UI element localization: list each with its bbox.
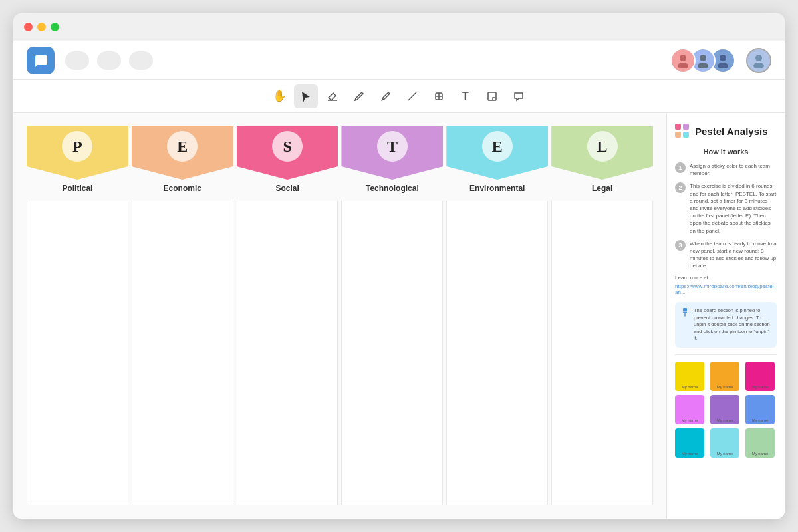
pin-text: The board section is pinned to prevent u… [694,307,771,342]
col-environmental-header: E Environmental [446,126,548,201]
eraser-tool[interactable] [321,84,344,108]
sticky-cyan-label: My name [682,452,698,456]
col-economic-header: E Economic [132,126,233,201]
col-political: P Political [27,126,128,505]
step-1: 1 Assign a sticky color to each team mem… [675,162,777,177]
avatar-1 [670,48,696,73]
icon-sq-2 [683,124,689,130]
col-environmental: E Environmental [446,126,548,505]
col-environmental-body[interactable] [446,201,548,505]
step-2-text: This exercise is divided in 6 rounds, on… [690,182,777,234]
hand-tool[interactable]: ✋ [267,84,291,108]
col-economic-arrow: E [132,126,233,180]
sticky-purple-light[interactable]: My name [675,395,704,424]
step-3-num: 3 [675,240,686,251]
comment-tool[interactable] [507,84,531,108]
col-legal-body[interactable] [551,201,653,505]
sticky-green-label: My name [752,452,769,456]
col-legal-header: L Legal [551,126,653,201]
step-3: 3 When the team is ready to move to a ne… [675,240,777,270]
minimize-button[interactable] [37,23,46,31]
col-social: S Social [237,126,338,505]
sticky-cyan[interactable]: My name [675,428,704,458]
icon-sq-3 [675,132,681,138]
pen-tool[interactable] [347,84,371,108]
col-economic-label: Economic [164,184,201,193]
how-it-works-heading: How it works [675,148,777,156]
step-2: 2 This exercise is divided in 6 rounds, … [675,182,777,234]
sticky-orange[interactable]: My name [710,362,739,391]
maximize-button[interactable] [51,23,59,31]
svg-point-6 [755,55,762,61]
select-tool[interactable] [294,84,318,108]
sticky-blue[interactable]: My name [745,395,775,424]
step-1-text: Assign a sticky color to each team membe… [690,162,777,177]
sticky-purple[interactable]: My name [710,395,739,424]
col-economic-body[interactable] [132,201,233,505]
col-technological-letter: T [377,131,408,162]
step-1-num: 1 [675,162,686,173]
col-social-arrow: S [237,126,338,180]
canvas-area: P Political E Economic [13,113,785,519]
sticky-orange-label: My name [717,385,733,389]
sticky-green[interactable]: My name [745,428,775,458]
nav-item-2[interactable] [97,51,121,70]
svg-rect-13 [683,308,687,313]
panel-title-row: Pestel Analysis [675,124,777,138]
sticky-yellow[interactable]: My name [675,362,704,391]
sticky-light-blue-label: My name [717,452,733,456]
icon-sq-4 [683,132,689,138]
col-social-label: Social [275,184,299,193]
panel-icon [675,124,690,138]
svg-point-1 [678,63,688,68]
col-technological-body[interactable] [341,201,443,505]
step-3-text: When the team is ready to move to a new … [690,240,777,270]
header-right [670,48,771,73]
marker-tool[interactable] [374,84,398,108]
svg-point-4 [720,55,726,61]
panel-title: Pestel Analysis [695,126,768,137]
titlebar [13,13,785,41]
icon-sq-1 [675,124,681,130]
header-left [27,47,153,74]
svg-point-7 [753,63,764,68]
svg-rect-12 [488,92,496,100]
app-logo[interactable] [27,47,55,74]
shape-tool[interactable] [427,84,451,108]
col-legal-label: Legal [592,184,612,193]
col-environmental-letter: E [482,131,513,162]
window-controls [24,23,59,31]
sticky-pink[interactable]: My name [745,362,775,391]
col-political-letter: P [62,131,92,162]
svg-point-2 [700,55,706,61]
sticky-tool[interactable] [480,84,504,108]
close-button[interactable] [24,23,33,31]
nav-item-1[interactable] [65,51,89,70]
pestel-columns: P Political E Economic [27,126,653,505]
sticky-pink-label: My name [752,385,769,389]
col-technological-arrow: T [341,126,443,180]
text-tool[interactable]: T [454,84,477,108]
svg-line-8 [408,92,416,100]
col-technological: T Technological [341,126,443,505]
pestel-board: P Political E Economic [13,113,666,519]
svg-point-5 [718,63,728,68]
nav-item-3[interactable] [129,51,153,70]
col-political-body[interactable] [27,201,128,505]
sticky-purple-light-label: My name [682,418,698,422]
col-political-header: P Political [27,126,128,201]
col-social-body[interactable] [237,201,338,505]
avatar-current-user[interactable] [746,48,771,73]
sticky-purple-label: My name [717,418,733,422]
pin-icon [680,307,690,319]
learn-more-link[interactable]: https://www.miroboard.com/en/blog/pestel… [675,283,777,295]
col-political-label: Political [62,184,92,193]
svg-point-3 [698,63,708,68]
sticky-light-blue[interactable]: My name [710,428,739,458]
line-tool[interactable] [400,84,424,108]
sticky-blue-label: My name [752,418,769,422]
col-legal-arrow: L [551,126,653,180]
col-technological-header: T Technological [341,126,443,201]
col-economic: E Economic [132,126,233,505]
col-technological-label: Technological [366,184,419,193]
